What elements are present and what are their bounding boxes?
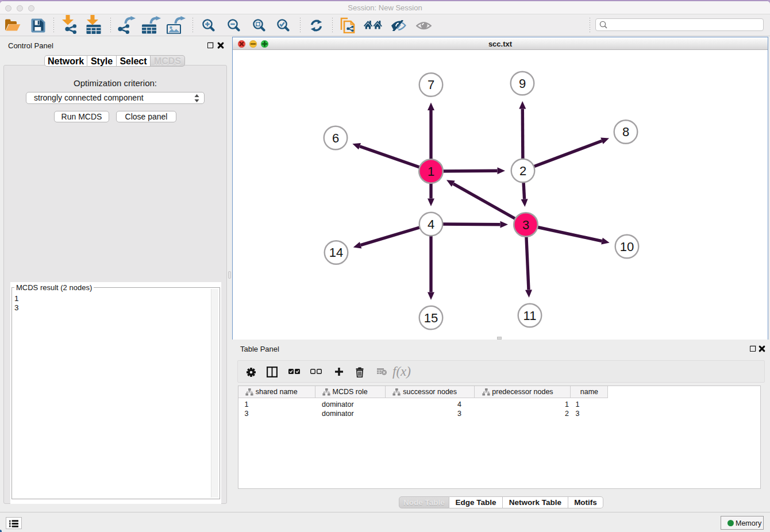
svg-text:1: 1 (428, 164, 434, 179)
svg-text:10: 10 (620, 240, 634, 254)
svg-text:15: 15 (424, 311, 438, 325)
svg-text:11: 11 (523, 309, 537, 323)
svg-text:2: 2 (519, 164, 526, 178)
svg-text:8: 8 (622, 125, 629, 139)
svg-text:4: 4 (428, 217, 434, 232)
svg-text:14: 14 (329, 245, 343, 260)
svg-text:3: 3 (522, 218, 529, 232)
svg-text:6: 6 (332, 131, 339, 145)
svg-text:7: 7 (428, 78, 434, 92)
svg-text:9: 9 (519, 76, 526, 91)
